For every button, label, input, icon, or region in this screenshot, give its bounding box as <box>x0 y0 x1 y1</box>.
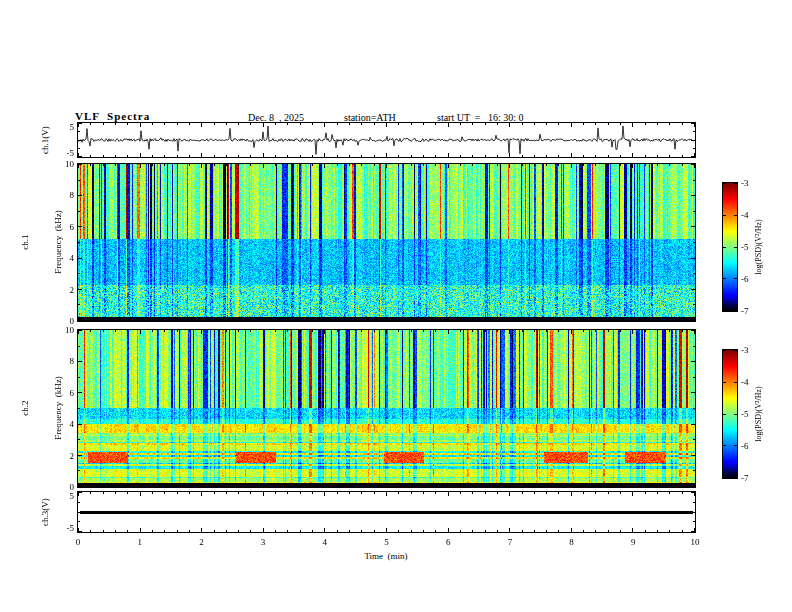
tick-label: 5 <box>70 122 75 132</box>
tick-label: 9 <box>631 537 636 547</box>
tick-label: 2 <box>70 285 75 295</box>
tick-label: 6 <box>70 388 75 398</box>
tick-label: -7 <box>741 473 749 483</box>
ch2-axis-label-line2: Frequency (kHz) <box>53 323 64 493</box>
tick-label: -7 <box>741 306 749 316</box>
tick-label: 0 <box>76 537 81 547</box>
tick-label: 10 <box>691 537 700 547</box>
tick-label: -3 <box>741 178 749 188</box>
tick-label: 4 <box>70 419 75 429</box>
ch1-frequency-axis-label: ch.1 Frequency (kHz) <box>0 157 87 327</box>
tick-label: 2 <box>70 451 75 461</box>
station-label: station=ATH <box>344 112 396 123</box>
ch2-frequency-axis-label: ch.2 Frequency (kHz) <box>0 323 87 493</box>
tick-label: 7 <box>508 537 513 547</box>
tick-label: 2 <box>199 537 204 547</box>
tick-label: 1 <box>137 537 142 547</box>
colorbar1-title: log(PSD)(V²/Hz) <box>754 219 763 274</box>
tick-label: 5 <box>70 491 75 501</box>
tick-label: 6 <box>446 537 451 547</box>
tick-label: 10 <box>65 325 74 335</box>
ch2-axis-label-line1: ch.2 <box>20 323 31 493</box>
tick-label: 8 <box>569 537 574 547</box>
colorbar1-canvas <box>723 183 737 311</box>
tick-label: -6 <box>741 441 749 451</box>
tick-label: 8 <box>70 190 75 200</box>
ch2-spectrogram-canvas <box>78 330 695 487</box>
ch1-waveform-canvas <box>78 123 695 157</box>
tick-label: 4 <box>323 537 328 547</box>
tick-label: -3 <box>741 345 749 355</box>
ch1-axis-label-line2: Frequency (kHz) <box>53 157 64 327</box>
time-axis-label: Time (min) <box>364 551 407 561</box>
tick-label: -6 <box>741 274 749 284</box>
ch1-spectrogram-canvas <box>78 164 695 321</box>
tick-label: -4 <box>741 210 749 220</box>
tick-label: 8 <box>70 356 75 366</box>
ch1-voltage-axis-label: ch.1(V) <box>40 126 51 154</box>
colorbar2-canvas <box>723 350 737 478</box>
figure-title: VLF Spectra <box>75 110 150 122</box>
vlf-spectra-figure: VLF Spectra Dec. 8 , 2025 station=ATH st… <box>0 0 792 612</box>
tick-label: -5 <box>741 242 749 252</box>
date-label: Dec. 8 , 2025 <box>248 112 304 123</box>
tick-label: 5 <box>384 537 389 547</box>
ch1-axis-label-line1: ch.1 <box>20 157 31 327</box>
tick-label: 4 <box>70 253 75 263</box>
ch3-voltage-axis-label: ch.3(V) <box>40 498 51 526</box>
tick-label: -5 <box>67 523 75 533</box>
tick-label: -5 <box>741 409 749 419</box>
tick-label: -4 <box>741 377 749 387</box>
tick-label: -5 <box>67 148 75 158</box>
start-ut-label: start UT = 16: 30: 0 <box>437 112 524 123</box>
ch3-waveform-canvas <box>78 492 695 532</box>
tick-label: 3 <box>261 537 266 547</box>
colorbar2-title: log(PSD)(V²/Hz) <box>754 386 763 441</box>
tick-label: 6 <box>70 222 75 232</box>
tick-label: 10 <box>65 159 74 169</box>
